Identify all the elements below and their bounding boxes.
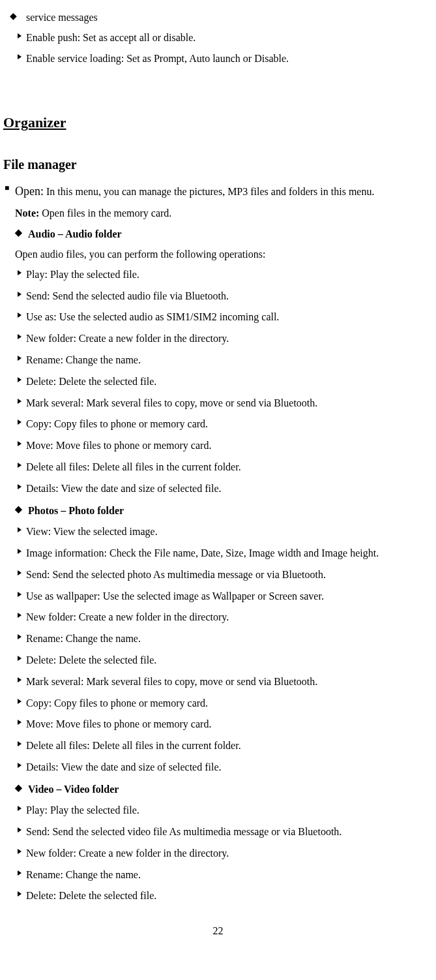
enable-service-loading-text: Enable service loading: Set as Prompt, A… <box>26 53 289 64</box>
list-item: Move: Move files to phone or memory card… <box>3 715 433 734</box>
audio-folder-heading: Audio – Audio folder <box>3 226 433 243</box>
list-item: Mark several: Mark several files to copy… <box>3 394 433 413</box>
list-item: Image information: Check the File name, … <box>3 544 433 563</box>
page-number: 22 <box>3 925 433 937</box>
list-item: Play: Play the selected file. <box>3 266 433 284</box>
list-item: View: View the selected image. <box>3 523 433 542</box>
list-item: Send: Send the selected audio file via B… <box>3 287 433 306</box>
service-messages-text: service messages <box>26 12 98 23</box>
organizer-heading: Organizer <box>3 114 433 131</box>
audio-intro: Open audio files, you can perform the fo… <box>3 246 433 263</box>
list-item: Delete all files: Delete all files in th… <box>3 458 433 477</box>
list-item: New folder: Create a new folder in the d… <box>3 608 433 627</box>
open-desc: In this menu, you can manage the picture… <box>44 186 374 197</box>
list-item: Delete: Delete the selected file. <box>3 651 433 670</box>
list-item: Use as wallpaper: Use the selected image… <box>3 587 433 606</box>
list-item: Move: Move files to phone or memory card… <box>3 436 433 455</box>
note-label: Note: <box>15 207 39 219</box>
open-item: Open: In this menu, you can manage the p… <box>3 182 433 201</box>
list-item: Use as: Use the selected audio as SIM1/S… <box>3 308 433 327</box>
list-item: Rename: Change the name. <box>3 351 433 370</box>
list-item: New folder: Create a new folder in the d… <box>3 844 433 863</box>
list-item: Copy: Copy files to phone or memory card… <box>3 694 433 713</box>
list-item: Play: Play the selected file. <box>3 801 433 820</box>
list-item: Copy: Copy files to phone or memory card… <box>3 415 433 434</box>
note-desc: Open files in the memory card. <box>39 207 171 219</box>
list-item: Delete: Delete the selected file. <box>3 887 433 906</box>
list-item: Mark several: Mark several files to copy… <box>3 673 433 692</box>
list-item: Rename: Change the name. <box>3 866 433 885</box>
photos-folder-heading: Photos – Photo folder <box>3 502 433 519</box>
enable-push-text: Enable push: Set as accept all or disabl… <box>26 32 196 43</box>
list-item: New folder: Create a new folder in the d… <box>3 329 433 348</box>
open-label: Open: <box>15 185 44 198</box>
enable-push-item: Enable push: Set as accept all or disabl… <box>3 29 433 48</box>
list-item: Rename: Change the name. <box>3 630 433 649</box>
file-manager-heading: File manager <box>3 157 433 172</box>
list-item: Delete all files: Delete all files in th… <box>3 737 433 756</box>
list-item: Delete: Delete the selected file. <box>3 373 433 391</box>
list-item: Details: View the date and size of selec… <box>3 480 433 498</box>
list-item: Send: Send the selected video file As mu… <box>3 823 433 842</box>
enable-service-loading-item: Enable service loading: Set as Prompt, A… <box>3 50 433 69</box>
service-messages-item: service messages <box>3 9 433 26</box>
note-line: Note: Open files in the memory card. <box>3 205 433 222</box>
list-item: Send: Send the selected photo As multime… <box>3 566 433 585</box>
list-item: Details: View the date and size of selec… <box>3 758 433 777</box>
video-folder-heading: Video – Video folder <box>3 781 433 798</box>
